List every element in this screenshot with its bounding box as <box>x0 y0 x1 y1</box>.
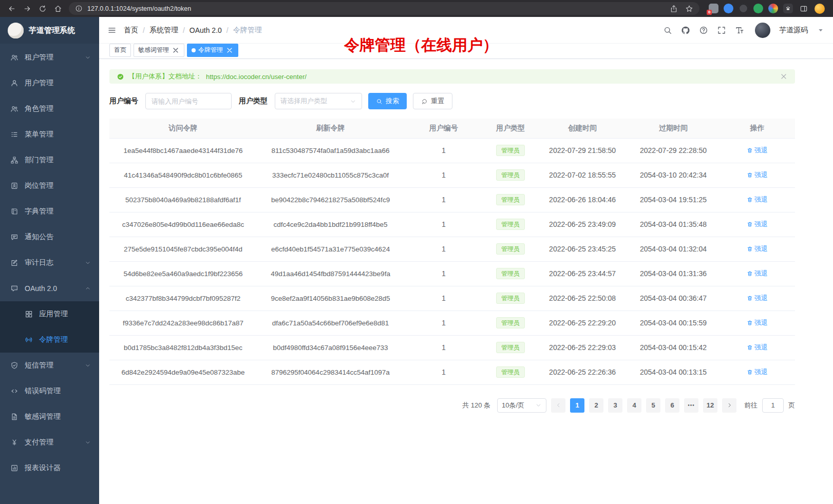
browser-reload-button[interactable] <box>36 2 49 15</box>
banner-link[interactable]: https://doc.iocoder.cn/user-center/ <box>206 73 307 81</box>
sidebar-item[interactable]: 岗位管理 <box>0 173 99 199</box>
next-page-button[interactable] <box>722 398 736 413</box>
sidebar-item[interactable]: 用户管理 <box>0 70 99 96</box>
cell-expire-time: 2054-03-04 00:13:15 <box>627 360 720 384</box>
table-row: c347026e805e4d99b0d116eae66eda8c cdfc4ce… <box>109 212 795 237</box>
sidebar-item-label: 报表设计器 <box>25 463 61 473</box>
force-logout-button[interactable]: 强退 <box>747 318 768 327</box>
sidebar-item[interactable]: 角色管理 <box>0 96 99 122</box>
sidebar-item[interactable]: 字典管理 <box>0 199 99 224</box>
app-title: 芋道管理系统 <box>29 26 75 35</box>
force-logout-label: 强退 <box>754 195 768 204</box>
share-icon[interactable] <box>670 5 678 13</box>
sidebar-item[interactable]: 审计日志 <box>0 250 99 276</box>
browser-back-button[interactable] <box>5 2 18 15</box>
page-number-button[interactable]: 4 <box>627 398 641 413</box>
prev-page-button[interactable] <box>551 398 565 413</box>
help-icon[interactable] <box>699 26 708 35</box>
sidebar-item[interactable]: 错误码管理 <box>0 378 99 404</box>
tab-close-icon[interactable] <box>172 46 180 54</box>
sidebar-item-label: 错误码管理 <box>25 386 61 396</box>
extension-icon-3[interactable] <box>739 4 748 13</box>
force-logout-button[interactable]: 强退 <box>747 269 768 278</box>
browser-address-bar[interactable]: 127.0.0.1:1024/system/oauth2/token <box>69 2 699 15</box>
reset-button[interactable]: 重置 <box>413 93 452 109</box>
tab[interactable]: 敏感词管理 <box>134 44 184 57</box>
force-logout-button[interactable]: 强退 <box>747 343 768 352</box>
sidebar-item[interactable]: 支付管理 <box>0 430 99 455</box>
sidebar-item[interactable]: OAuth 2.0 <box>0 276 99 301</box>
force-logout-button[interactable]: 强退 <box>747 244 768 254</box>
side-panel-icon[interactable] <box>798 3 809 14</box>
cell-refresh-token: 9ce8ef2aa9f14056b831ae9b608e28d5 <box>257 286 404 311</box>
table-row: b0d1785bc3a8482f812db4a3f3bd15ec b0df498… <box>109 335 795 360</box>
users-icon <box>10 105 18 113</box>
cell-actions: 强退 <box>720 311 795 335</box>
sidebar-item[interactable]: 应用管理 <box>0 301 99 327</box>
sidebar-item[interactable]: 敏感词管理 <box>0 404 99 430</box>
banner-close-icon[interactable] <box>780 72 788 81</box>
browser-profile-avatar[interactable] <box>815 4 825 14</box>
extension-icon-1[interactable]: 0 <box>709 4 718 13</box>
tab[interactable]: 首页 <box>109 44 131 57</box>
force-logout-button[interactable]: 强退 <box>747 220 768 229</box>
font-size-icon[interactable] <box>735 26 744 35</box>
page-number-button[interactable]: 5 <box>646 398 660 413</box>
page-number-button[interactable]: 12 <box>703 398 717 413</box>
github-icon[interactable] <box>681 26 690 35</box>
user-menu-caret-icon[interactable] <box>817 26 825 34</box>
sidebar-item[interactable]: 通知公告 <box>0 224 99 250</box>
force-logout-button[interactable]: 强退 <box>747 146 768 155</box>
page-number-button[interactable]: ••• <box>684 398 698 413</box>
force-logout-button[interactable]: 强退 <box>747 294 768 303</box>
force-logout-button[interactable]: 强退 <box>747 170 768 180</box>
tab[interactable]: 令牌管理 <box>187 44 238 57</box>
sidebar-item[interactable]: 菜单管理 <box>0 122 99 147</box>
bookmark-star-icon[interactable] <box>685 5 693 13</box>
user-type-select[interactable]: 请选择用户类型 <box>275 93 362 109</box>
extension-icon-5[interactable] <box>768 4 778 13</box>
cell-user-id: 1 <box>404 360 483 384</box>
user-avatar[interactable] <box>755 23 770 38</box>
cell-refresh-token: 333ecfc71e02480cb11055c875c3ca0f <box>257 163 404 187</box>
force-logout-button[interactable]: 强退 <box>747 367 768 377</box>
force-logout-button[interactable]: 强退 <box>747 195 768 204</box>
page-content: 【用户体系】文档地址： https://doc.iocoder.cn/user-… <box>99 59 833 504</box>
user-type-badge: 管理员 <box>496 169 525 181</box>
username[interactable]: 芋道源码 <box>779 26 808 35</box>
search-button[interactable]: 搜索 <box>368 93 407 109</box>
page-number-button[interactable]: 6 <box>665 398 679 413</box>
breadcrumb-item[interactable]: 系统管理 <box>149 26 178 35</box>
sidebar-item[interactable]: 令牌管理 <box>0 327 99 353</box>
fullscreen-icon[interactable] <box>717 26 726 35</box>
sidebar-toggle-button[interactable] <box>107 26 117 35</box>
search-icon[interactable] <box>663 26 672 35</box>
sidebar-item[interactable]: 短信管理 <box>0 353 99 378</box>
browser-home-button[interactable] <box>51 2 65 15</box>
page-number-button[interactable]: 3 <box>608 398 622 413</box>
trash-icon <box>747 172 753 178</box>
page-number-button[interactable]: 1 <box>570 398 584 413</box>
force-logout-label: 强退 <box>754 343 768 352</box>
breadcrumb-item[interactable]: OAuth 2.0 <box>190 26 222 34</box>
sidebar-item[interactable]: 报表设计器 <box>0 455 99 481</box>
tab-close-icon[interactable] <box>225 46 234 54</box>
sidebar-item[interactable]: 租户管理 <box>0 45 99 70</box>
extension-paw-icon[interactable] <box>783 4 793 13</box>
goto-page-input[interactable] <box>762 398 784 413</box>
extension-icon-4[interactable] <box>753 4 763 13</box>
sidebar-item[interactable]: 部门管理 <box>0 147 99 173</box>
cell-user-id: 1 <box>404 261 483 286</box>
page-number-button[interactable]: 2 <box>589 398 603 413</box>
browser-forward-button[interactable] <box>21 2 34 15</box>
extension-icon-2[interactable] <box>724 4 733 13</box>
breadcrumb-item[interactable]: 首页 <box>124 26 138 35</box>
page-size-select[interactable]: 10条/页 <box>497 398 546 413</box>
app-logo[interactable]: 芋道管理系统 <box>0 17 99 44</box>
shield-icon <box>10 361 18 370</box>
user-type-placeholder: 请选择用户类型 <box>280 96 327 106</box>
force-logout-label: 强退 <box>754 220 768 229</box>
cell-user-id: 1 <box>404 212 483 237</box>
user-id-input[interactable] <box>145 93 232 109</box>
site-info-icon[interactable] <box>75 5 83 12</box>
